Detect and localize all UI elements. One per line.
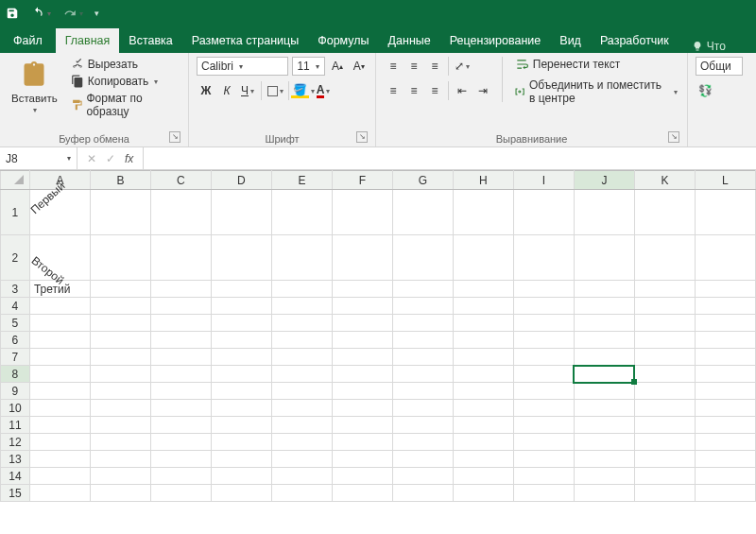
row-header[interactable]: 3 bbox=[1, 281, 30, 298]
cell[interactable] bbox=[211, 235, 271, 281]
cell[interactable] bbox=[513, 332, 574, 349]
col-header[interactable]: J bbox=[574, 171, 634, 190]
cell[interactable] bbox=[453, 315, 513, 332]
cell[interactable] bbox=[332, 400, 392, 417]
row-header[interactable]: 15 bbox=[1, 485, 30, 502]
cell[interactable] bbox=[453, 366, 513, 383]
cell[interactable] bbox=[150, 485, 211, 502]
cell[interactable] bbox=[574, 485, 634, 502]
cell[interactable] bbox=[150, 349, 211, 366]
cell[interactable] bbox=[574, 298, 634, 315]
cell[interactable] bbox=[29, 366, 90, 383]
col-header[interactable]: B bbox=[90, 171, 150, 190]
cell[interactable] bbox=[513, 434, 574, 451]
cell[interactable] bbox=[332, 190, 392, 235]
cell[interactable] bbox=[150, 235, 211, 281]
cell[interactable] bbox=[150, 434, 211, 451]
font-color-button[interactable]: A▾ bbox=[314, 81, 333, 100]
bold-button[interactable]: Ж bbox=[197, 81, 215, 100]
cell[interactable] bbox=[90, 485, 150, 502]
save-icon[interactable] bbox=[6, 7, 19, 20]
copy-button[interactable]: Копировать▾ bbox=[69, 74, 180, 89]
worksheet-grid[interactable]: A B C D E F G H I J K L 1Первый2Второй3Т… bbox=[0, 170, 756, 502]
row-header[interactable]: 1 bbox=[1, 190, 30, 235]
redo-icon[interactable]: ▾ bbox=[62, 7, 83, 20]
col-header[interactable]: E bbox=[271, 171, 332, 190]
row-header[interactable]: 14 bbox=[1, 468, 30, 485]
italic-button[interactable]: К bbox=[217, 81, 236, 100]
cell[interactable] bbox=[453, 485, 513, 502]
cell[interactable] bbox=[332, 468, 392, 485]
cell[interactable] bbox=[150, 298, 211, 315]
cell[interactable] bbox=[271, 434, 332, 451]
cell[interactable] bbox=[150, 332, 211, 349]
cell[interactable] bbox=[695, 349, 755, 366]
cell[interactable]: Второй bbox=[29, 235, 90, 281]
cell[interactable] bbox=[90, 366, 150, 383]
cell[interactable] bbox=[634, 366, 695, 383]
cell[interactable] bbox=[574, 281, 634, 298]
cell[interactable] bbox=[150, 451, 211, 468]
cell[interactable] bbox=[332, 349, 392, 366]
cell[interactable] bbox=[90, 315, 150, 332]
cell[interactable] bbox=[574, 366, 634, 383]
cell[interactable] bbox=[634, 190, 695, 235]
tab-review[interactable]: Рецензирование bbox=[440, 28, 551, 53]
cell[interactable] bbox=[392, 298, 453, 315]
cell[interactable] bbox=[211, 434, 271, 451]
cell[interactable] bbox=[513, 417, 574, 434]
row-header[interactable]: 6 bbox=[1, 332, 30, 349]
row-header[interactable]: 10 bbox=[1, 400, 30, 417]
cell[interactable] bbox=[513, 298, 574, 315]
cell[interactable] bbox=[150, 400, 211, 417]
row-header[interactable]: 5 bbox=[1, 315, 30, 332]
cut-button[interactable]: Вырезать bbox=[69, 57, 180, 72]
paste-button[interactable]: Вставить ▾ bbox=[8, 57, 61, 116]
cell[interactable] bbox=[695, 400, 755, 417]
cell[interactable] bbox=[634, 451, 695, 468]
cell[interactable] bbox=[513, 349, 574, 366]
align-center-icon[interactable]: ≡ bbox=[404, 81, 423, 100]
align-left-icon[interactable]: ≡ bbox=[384, 81, 403, 100]
cell[interactable] bbox=[392, 366, 453, 383]
cell[interactable] bbox=[90, 190, 150, 235]
formula-input[interactable] bbox=[144, 147, 756, 169]
cell[interactable] bbox=[574, 451, 634, 468]
cell[interactable] bbox=[150, 417, 211, 434]
cell[interactable] bbox=[90, 434, 150, 451]
cell[interactable] bbox=[150, 315, 211, 332]
cell[interactable] bbox=[332, 298, 392, 315]
undo-icon[interactable]: ▾ bbox=[30, 7, 51, 20]
row-header[interactable]: 11 bbox=[1, 417, 30, 434]
cell[interactable] bbox=[211, 366, 271, 383]
cell[interactable] bbox=[695, 315, 755, 332]
cell[interactable] bbox=[29, 400, 90, 417]
number-format-combo[interactable]: Общи bbox=[696, 57, 743, 76]
col-header[interactable]: G bbox=[392, 171, 453, 190]
tab-insert[interactable]: Вставка bbox=[119, 28, 181, 53]
cell[interactable] bbox=[90, 468, 150, 485]
orientation-button[interactable]: ⤢▾ bbox=[453, 57, 472, 76]
cell[interactable] bbox=[211, 417, 271, 434]
cell[interactable] bbox=[574, 349, 634, 366]
cell[interactable] bbox=[150, 366, 211, 383]
cell[interactable] bbox=[332, 235, 392, 281]
cell[interactable] bbox=[150, 383, 211, 400]
cell[interactable] bbox=[211, 315, 271, 332]
row-header[interactable]: 7 bbox=[1, 349, 30, 366]
cell[interactable] bbox=[392, 349, 453, 366]
tab-data[interactable]: Данные bbox=[379, 28, 440, 53]
cell[interactable] bbox=[211, 485, 271, 502]
cell[interactable] bbox=[453, 383, 513, 400]
cell[interactable] bbox=[29, 383, 90, 400]
cell[interactable] bbox=[392, 281, 453, 298]
fx-icon[interactable]: fx bbox=[125, 152, 133, 165]
dialog-launcher-icon[interactable]: ↘ bbox=[169, 131, 180, 143]
cell[interactable] bbox=[513, 451, 574, 468]
merge-center-button[interactable]: Объединить и поместить в центре▾ bbox=[512, 78, 679, 106]
cell[interactable] bbox=[392, 190, 453, 235]
cell[interactable] bbox=[695, 451, 755, 468]
cell[interactable] bbox=[211, 332, 271, 349]
cell[interactable] bbox=[453, 190, 513, 235]
cell[interactable] bbox=[574, 235, 634, 281]
